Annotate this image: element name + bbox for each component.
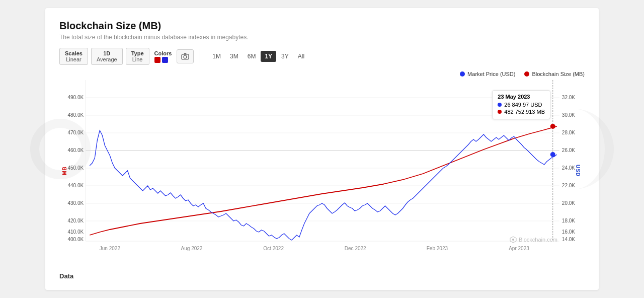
chart-container: Market Price (USD) Blockchain Size (MB) … <box>59 71 585 267</box>
watermark-icon <box>510 236 517 243</box>
color-dot-1 <box>154 57 160 63</box>
page-subtitle: The total size of the blockchain minus d… <box>59 34 585 41</box>
svg-text:14.0K: 14.0K <box>562 237 576 242</box>
svg-text:450.0K: 450.0K <box>67 165 84 171</box>
svg-text:30.0K: 30.0K <box>562 112 576 118</box>
svg-text:26.0K: 26.0K <box>562 147 576 153</box>
legend-market-price: Market Price (USD) <box>460 71 515 77</box>
svg-text:Aug 2022: Aug 2022 <box>181 246 203 251</box>
interval-value: Average <box>97 56 117 62</box>
svg-text:400.0K: 400.0K <box>67 237 84 242</box>
scales-value: Linear <box>66 56 82 62</box>
chart-svg: 490.0K 480.0K 470.0K 460.0K 450.0K 440.0… <box>59 80 585 261</box>
time-btn-1y[interactable]: 1Y <box>261 51 276 62</box>
market-price-line <box>90 130 557 240</box>
time-buttons: 1M 3M 6M 1Y 3Y All <box>208 51 308 62</box>
page-title: Blockchain Size (MB) <box>59 20 585 32</box>
watermark-text: Blockchain.com <box>519 237 557 243</box>
controls-bar: Scales Linear 1D Average Type Line Color… <box>59 48 585 65</box>
colors-group: Colors <box>154 50 172 63</box>
colors-label: Colors <box>154 50 172 56</box>
svg-text:16.0K: 16.0K <box>562 229 576 235</box>
svg-text:32.0K: 32.0K <box>562 95 576 100</box>
svg-text:18.0K: 18.0K <box>562 218 576 224</box>
interval-label: 1D <box>103 50 110 56</box>
svg-text:490.0K: 490.0K <box>67 95 84 100</box>
camera-button[interactable] <box>177 49 194 63</box>
legend-market-label: Market Price (USD) <box>467 71 515 77</box>
svg-text:Apr 2023: Apr 2023 <box>509 246 529 251</box>
svg-text:22.0K: 22.0K <box>562 183 576 188</box>
svg-text:Dec 2022: Dec 2022 <box>345 246 366 251</box>
color-dots <box>154 57 168 63</box>
svg-text:420.0K: 420.0K <box>67 218 84 224</box>
svg-rect-2 <box>184 53 187 54</box>
color-dot-2 <box>162 57 168 63</box>
type-label: Type <box>131 50 144 56</box>
svg-text:20.0K: 20.0K <box>562 200 576 206</box>
svg-text:Oct 2022: Oct 2022 <box>263 246 284 251</box>
watermark: Blockchain.com <box>510 236 557 243</box>
type-value: Line <box>132 56 143 62</box>
chart-wrap: MB USD 490.0K 480.0K 470.0 <box>59 80 585 261</box>
time-btn-6m[interactable]: 6M <box>244 51 260 62</box>
svg-text:440.0K: 440.0K <box>67 183 84 188</box>
controls-divider <box>200 49 200 63</box>
legend-dot-blockchain <box>524 71 529 77</box>
interval-button[interactable]: 1D Average <box>91 48 123 65</box>
chart-legend: Market Price (USD) Blockchain Size (MB) <box>59 71 585 77</box>
main-card: Blockchain Size (MB) The total size of t… <box>45 8 599 290</box>
y-axis-left-label: MB <box>62 166 67 175</box>
scales-button[interactable]: Scales Linear <box>59 48 88 65</box>
legend-dot-market <box>460 71 465 77</box>
blockchain-size-line <box>90 126 557 235</box>
tooltip-dot-market <box>550 152 555 157</box>
legend-blockchain-label: Blockchain Size (MB) <box>532 71 585 77</box>
data-link[interactable]: Data <box>59 272 585 280</box>
time-btn-3m[interactable]: 3M <box>226 51 243 62</box>
svg-text:24.0K: 24.0K <box>562 165 576 171</box>
time-btn-all[interactable]: All <box>294 51 308 62</box>
time-btn-3y[interactable]: 3Y <box>277 51 293 62</box>
svg-point-1 <box>184 55 187 58</box>
tooltip-dot-blockchain <box>550 124 555 129</box>
svg-text:Jun 2022: Jun 2022 <box>100 246 121 251</box>
svg-text:28.0K: 28.0K <box>562 130 576 135</box>
y-axis-right-label: USD <box>575 165 580 177</box>
svg-text:Feb 2023: Feb 2023 <box>427 246 448 251</box>
svg-text:430.0K: 430.0K <box>67 200 84 206</box>
type-button[interactable]: Type Line <box>126 48 149 65</box>
camera-icon <box>181 53 189 60</box>
scales-label: Scales <box>65 50 83 56</box>
svg-text:470.0K: 470.0K <box>67 130 84 135</box>
svg-point-42 <box>512 239 514 241</box>
svg-text:410.0K: 410.0K <box>67 229 84 235</box>
svg-text:460.0K: 460.0K <box>67 147 84 153</box>
time-btn-1m[interactable]: 1M <box>208 51 225 62</box>
legend-blockchain-size: Blockchain Size (MB) <box>524 71 585 77</box>
svg-text:480.0K: 480.0K <box>67 112 84 118</box>
